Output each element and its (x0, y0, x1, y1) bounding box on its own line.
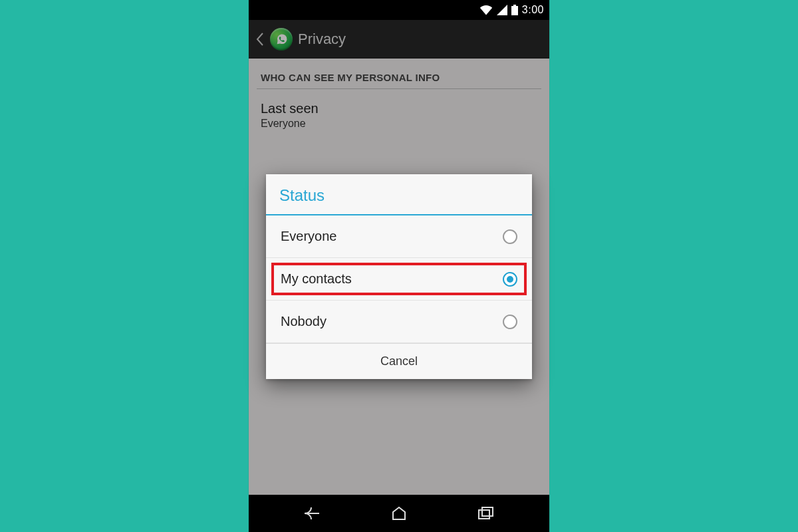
android-status-bar: 3:00 (249, 0, 549, 20)
nav-recent-icon[interactable] (470, 501, 502, 525)
svg-rect-3 (482, 507, 493, 516)
dialog-actions: Cancel (266, 343, 532, 379)
signal-icon (497, 5, 507, 15)
android-nav-bar (249, 495, 549, 532)
wifi-icon (479, 5, 493, 15)
dialog-title: Status (266, 174, 532, 214)
status-dialog: Status Everyone My contacts Nobody Cance… (266, 174, 532, 379)
phone-frame: 3:00 Privacy WHO CAN SEE MY PERSONAL INF… (249, 0, 549, 532)
svg-rect-2 (479, 510, 489, 519)
option-label: Nobody (281, 314, 327, 329)
option-everyone[interactable]: Everyone (266, 215, 532, 258)
nav-home-icon[interactable] (383, 501, 415, 525)
option-label: My contacts (281, 271, 352, 287)
battery-icon (511, 5, 518, 15)
option-label: Everyone (281, 229, 337, 244)
radio-icon (503, 272, 517, 287)
cancel-button[interactable]: Cancel (266, 344, 532, 379)
option-nobody[interactable]: Nobody (266, 301, 532, 343)
nav-back-icon[interactable] (296, 501, 328, 525)
radio-icon (503, 229, 517, 244)
svg-rect-1 (513, 5, 516, 6)
radio-icon (503, 315, 517, 329)
option-my-contacts[interactable]: My contacts (266, 258, 532, 301)
status-time: 3:00 (522, 4, 544, 16)
svg-rect-0 (511, 6, 518, 15)
